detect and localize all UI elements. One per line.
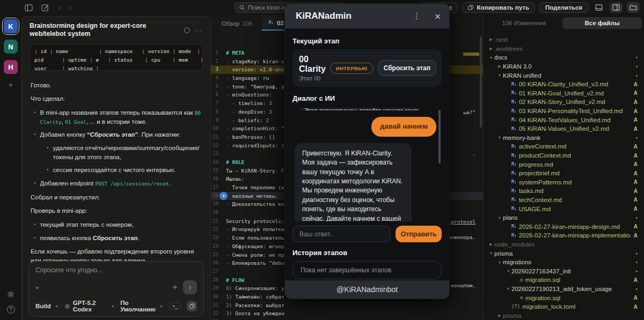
chat-composer[interactable]: Спросите что угодно... » + ↑ Build ▼ GPT… — [28, 261, 204, 317]
tree-item-progress-md[interactable]: M↓progress.mdA — [484, 160, 644, 169]
tree-item-05-kiran-values-unified-v2-md[interactable]: M↓05 KiRAN-Values_Unified_v2.mdA — [484, 124, 644, 133]
tree-item-migrations[interactable]: ▼migrations● — [484, 258, 644, 267]
tree-item-03-kiran-personalitytest-unified-md[interactable]: M↓03 KiRAN-PersonalityTest_Unified.mdA — [484, 107, 644, 116]
tree-item-prisma[interactable]: ▶prisma — [484, 311, 644, 320]
ai-dialog-thread: Этап перезапущен: давайте начнем заново.… — [292, 108, 442, 221]
all-files-toggle[interactable]: Все файлы — [562, 17, 642, 29]
add-workspace-button[interactable]: + — [4, 80, 18, 90]
database-file-icon: ≡ — [520, 277, 523, 283]
markdown-file-icon: M↓ — [511, 197, 517, 202]
send-button[interactable]: ↑ — [183, 280, 197, 294]
new-chat-icon[interactable] — [41, 4, 49, 11]
tree-item-plans[interactable]: ▼plans● — [484, 213, 644, 222]
prompt-symbol: » — [35, 284, 39, 291]
tree-item-projectbrief-md[interactable]: M↓projectbrief.mdA — [484, 169, 644, 178]
loading-spinner-icon — [184, 27, 190, 33]
chevron-down-icon: ▼ — [488, 56, 494, 59]
tree-item-systempatterns-md[interactable]: M↓systemPatterns.mdA — [484, 178, 644, 187]
settings-gear-icon[interactable] — [7, 291, 14, 298]
changes-toggle[interactable]: 106 Изменения — [486, 20, 562, 26]
tree-item-activecontext-md[interactable]: M↓activeContext.mdA — [484, 142, 644, 151]
nav-forward-icon[interactable]: › — [69, 3, 72, 12]
tree-item-usage-md[interactable]: M↓USAGE.mdA — [484, 204, 644, 213]
workspace-button-n[interactable]: N — [4, 40, 18, 54]
line-number: 15 — [211, 167, 226, 175]
tree-item-techcontext-md[interactable]: M↓techContext.mdA — [484, 196, 644, 205]
tab-overview[interactable]: Обзор106 — [222, 20, 252, 31]
tree-item-docs[interactable]: ▼docs● — [484, 53, 644, 62]
copy-button[interactable] — [187, 301, 197, 311]
code-fragment: . — [472, 151, 475, 157]
line-number: 17 — [211, 183, 226, 192]
workspace-button-h[interactable]: H — [4, 60, 18, 74]
tree-item-migration-lock-toml[interactable]: [T]migration_lock.tomlA — [484, 302, 644, 311]
terminal-button[interactable]: >_ — [169, 302, 181, 310]
mode-select[interactable]: Build — [35, 303, 51, 309]
tree-item-tasks-md[interactable]: M↓tasks.mdA — [484, 187, 644, 196]
copy-path-button[interactable]: Копировать путь — [462, 2, 535, 13]
tree-item-productcontext-md[interactable]: M↓productContext.mdA — [484, 151, 644, 160]
tree-item-label: 01 KiRAN-Goal_Unified_v2.md — [519, 90, 604, 96]
chat-menu-button[interactable]: ··· — [194, 26, 203, 34]
composer-placeholder[interactable]: Спросите что угодно... — [35, 266, 197, 274]
user-message-bubble: давай начнем — [371, 117, 436, 137]
attach-plus-button[interactable]: + — [172, 282, 178, 293]
line-number: 12 — [211, 142, 226, 150]
model-select[interactable]: GPT-5.2 Codex — [73, 300, 107, 312]
tree-item-label: docs — [494, 54, 507, 61]
file-tree: ▶.next▶.worktrees▼docs●▶KiRAN 3.0●▼KiRAN… — [484, 35, 644, 320]
tree-item-kiran-3-0[interactable]: ▶KiRAN 3.0● — [484, 62, 644, 71]
dialog-scrollbar[interactable] — [438, 110, 441, 163]
open-folder-icon[interactable] — [627, 2, 640, 13]
tree-item-memory-bank[interactable]: ▼memory-bank● — [484, 133, 644, 143]
workspace-button-k[interactable]: K — [4, 19, 18, 33]
table-row: user | watching | — [34, 64, 198, 71]
submit-answer-button[interactable]: Отправить — [396, 226, 442, 242]
kebab-menu-icon[interactable]: ⋮ — [413, 11, 421, 21]
tree-item-01-kiran-goal-unified-v2-md[interactable]: M↓01 KiRAN-Goal_Unified_v2.mdA — [484, 89, 644, 98]
tree-item-label: USAGE.md — [519, 206, 551, 212]
tree-item--worktrees[interactable]: ▶.worktrees — [484, 44, 644, 54]
reset-stage-button[interactable]: Сбросить этап — [378, 60, 436, 76]
share-button[interactable]: Поделиться — [539, 2, 588, 13]
nav-back-icon[interactable]: ‹ — [58, 3, 61, 12]
modified-dot-icon: ● — [632, 252, 638, 255]
tree-item-kiran-unified[interactable]: ▼KiRAN unified● — [484, 71, 644, 80]
git-added-badge: A — [631, 233, 638, 239]
tree-item-migration-sql[interactable]: ≡migration.sqlA — [484, 276, 644, 285]
inline-add-button[interactable]: + — [219, 192, 228, 200]
tree-item-label: KiRAN unified — [503, 72, 541, 79]
line-number: 1 — [211, 49, 226, 57]
tree-item-label: prisma — [494, 250, 513, 257]
tree-item-2026-02-27-kiran-miniapp-design-md[interactable]: M↓2026-02-27-kiran-miniapp-design.mdA — [484, 222, 644, 231]
panel-layout-icon[interactable] — [610, 2, 623, 13]
clipped-message-bubble: Этап перезапущен: давайте начнем заново. — [298, 108, 420, 110]
chevron-right-icon: ▶ — [496, 64, 503, 69]
modified-dot-icon: ● — [632, 270, 638, 273]
bullet-icon: • — [47, 144, 49, 161]
toggle-sidebar-icon[interactable] — [25, 4, 33, 11]
tree-item-prisma[interactable]: ▼prisma● — [484, 249, 644, 258]
git-added-badge: A — [631, 81, 638, 87]
tree-item--next[interactable]: ▶.next — [484, 35, 644, 44]
code-fragment: инженера. — [448, 234, 475, 240]
editor-scrollbar[interactable] — [480, 36, 482, 128]
tree-item-node-modules[interactable]: ▶node_modules — [484, 240, 644, 249]
git-added-badge: A — [631, 144, 638, 150]
preset-select[interactable]: По Умолчанию — [120, 300, 156, 312]
tree-item-2026-02-27-kiran-miniapp-implementation-plan-md[interactable]: M↓2026-02-27-kiran-miniapp-implementatio… — [484, 231, 644, 240]
tree-item-label: KiRAN 3.0 — [503, 63, 532, 70]
close-icon[interactable]: × — [435, 11, 441, 21]
tree-item-02-kiran-story-unified-v2-md[interactable]: M↓02 KiRAN-Story_Unified_v2.mdA — [484, 98, 644, 107]
help-icon[interactable]: ? — [7, 306, 15, 314]
tree-item-20260227163437-init[interactable]: ▼20260227163437_init● — [484, 266, 644, 276]
tree-item-20260227190213-add-token-usage[interactable]: ▼20260227190213_add_token_usage● — [484, 285, 644, 294]
panel-bottom-icon[interactable] — [592, 2, 605, 13]
tree-item-00-kiran-clarity-unified-v3-md[interactable]: M↓00 KiRAN-Clarity_Unified_v3.mdA — [484, 80, 644, 89]
answer-input[interactable] — [292, 226, 390, 242]
tree-item-migration-sql[interactable]: ≡migration.sqlA — [484, 293, 644, 302]
line-number: 9 — [211, 116, 226, 125]
tree-item-04-kiran-testvalues-unified-md[interactable]: M↓04 KiRAN-TestValues_Unified.mdA — [484, 115, 644, 124]
git-added-badge: A — [631, 153, 638, 159]
git-added-badge: A — [631, 90, 638, 96]
